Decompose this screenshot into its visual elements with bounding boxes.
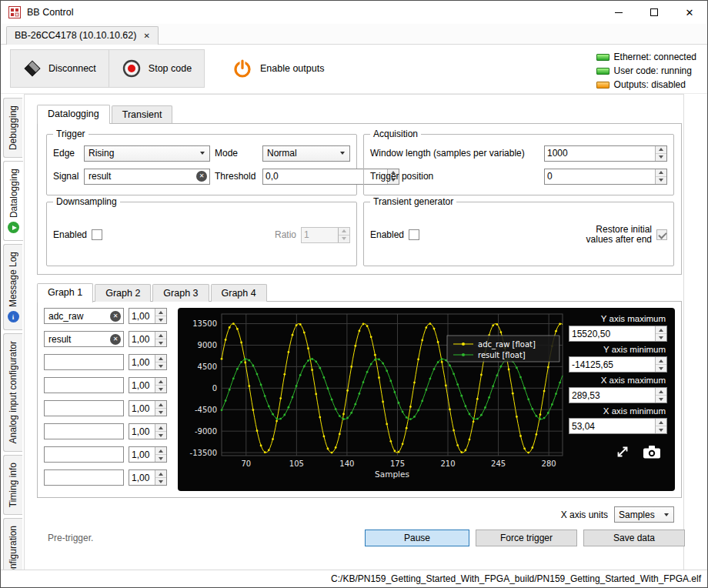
tab-graph-4[interactable]: Graph 4 xyxy=(211,284,267,302)
spin-up-button[interactable] xyxy=(339,228,349,236)
sidebar-item-datalogging[interactable]: Datalogging xyxy=(3,161,23,241)
close-button[interactable]: ✕ xyxy=(672,1,707,24)
x-axis-maximum-spinbox xyxy=(569,387,667,403)
spin-down-button[interactable] xyxy=(155,386,166,393)
spin-up-button[interactable] xyxy=(155,470,166,478)
spin-down-button[interactable] xyxy=(656,154,666,161)
x-axis-minimum-input[interactable] xyxy=(569,419,655,433)
ratio-input[interactable] xyxy=(302,228,338,242)
spin-down-button[interactable] xyxy=(656,396,666,403)
tab-close-icon[interactable]: ✕ xyxy=(143,32,149,40)
spin-down-button[interactable] xyxy=(656,426,666,433)
signal-name-input-4[interactable] xyxy=(44,377,124,393)
signal-scale-input-3[interactable] xyxy=(129,355,155,369)
tab-transient[interactable]: Transient xyxy=(112,105,173,123)
tab-graph-2[interactable]: Graph 2 xyxy=(95,284,151,302)
svg-text:175: 175 xyxy=(390,459,405,468)
y-axis-maximum-spinbox xyxy=(569,326,667,342)
user-code-status: User code: running xyxy=(596,65,696,76)
spin-up-button[interactable] xyxy=(155,309,166,316)
y-axis-maximum-input[interactable] xyxy=(569,326,655,341)
spin-up-button[interactable] xyxy=(656,326,666,334)
connection-tab[interactable]: BB-26CC4178 (10.10.10.62) ✕ xyxy=(6,26,159,45)
fullscreen-button[interactable] xyxy=(615,444,630,459)
signal-name-input-5[interactable] xyxy=(44,400,124,416)
signal-name-input-3[interactable] xyxy=(44,354,124,370)
spin-up-button[interactable] xyxy=(155,332,166,339)
clear-icon[interactable]: ✕ xyxy=(110,334,121,345)
spin-down-button[interactable] xyxy=(656,334,666,341)
signal-scale-input-6[interactable] xyxy=(129,424,155,439)
spin-down-button[interactable] xyxy=(155,316,166,323)
spin-up-button[interactable] xyxy=(656,169,666,177)
spin-down-button[interactable] xyxy=(155,362,166,369)
trigger-position-input[interactable] xyxy=(545,169,655,184)
sidebar-item-message-log[interactable]: Message Log i xyxy=(3,244,22,330)
tab-graph-3[interactable]: Graph 3 xyxy=(152,284,209,302)
edge-select[interactable]: Rising xyxy=(84,145,210,162)
signal-scale-input-7[interactable] xyxy=(129,447,155,462)
spin-up-button[interactable] xyxy=(656,419,666,426)
save-data-button[interactable]: Save data xyxy=(583,530,685,546)
main-panel: Datalogging Transient Trigger Edge Risin… xyxy=(24,94,684,570)
signal-scale-input-8[interactable] xyxy=(129,470,155,485)
connection-tabbar: BB-26CC4178 (10.10.10.62) ✕ xyxy=(1,24,707,45)
svg-text:-13500: -13500 xyxy=(190,449,217,457)
mode-label: Mode xyxy=(215,148,258,159)
signal-scale-input-4[interactable] xyxy=(129,378,155,393)
spin-down-button[interactable] xyxy=(339,236,349,242)
transient-generator-group-title: Transient generator xyxy=(370,196,456,207)
signal-scale-input-1[interactable] xyxy=(129,309,155,323)
spin-up-button[interactable] xyxy=(155,378,166,386)
window-length-input[interactable] xyxy=(545,146,655,161)
spin-down-button[interactable] xyxy=(155,432,166,439)
signal-scale-spinbox-6 xyxy=(129,423,167,439)
sidebar-label-datalogging: Datalogging xyxy=(8,169,19,218)
signal-scale-input-5[interactable] xyxy=(129,401,155,416)
tab-graph-1[interactable]: Graph 1 xyxy=(37,283,93,302)
trigger-signal-input[interactable] xyxy=(84,169,210,185)
camera-button[interactable] xyxy=(643,445,661,459)
spin-up-button[interactable] xyxy=(155,401,166,409)
spin-up-button[interactable] xyxy=(155,355,166,362)
spin-up-button[interactable] xyxy=(656,388,666,396)
disconnect-button[interactable]: Disconnect xyxy=(11,50,109,87)
sidebar-item-analog-input-configurator[interactable]: Analog input configurator xyxy=(3,333,22,451)
y-axis-minimum-input[interactable] xyxy=(569,357,655,372)
spin-down-button[interactable] xyxy=(155,478,166,485)
spin-up-button[interactable] xyxy=(656,357,666,365)
signal-name-input-7[interactable] xyxy=(44,446,124,463)
x-axis-units-select[interactable]: Samples xyxy=(614,506,674,523)
x-axis-maximum-input[interactable] xyxy=(569,388,655,403)
spin-down-button[interactable] xyxy=(155,339,166,346)
spin-down-button[interactable] xyxy=(155,455,166,462)
spin-up-button[interactable] xyxy=(656,146,666,154)
trigger-group-title: Trigger xyxy=(53,129,88,139)
transient-enabled-checkbox[interactable] xyxy=(409,229,419,240)
clear-icon[interactable]: ✕ xyxy=(110,311,121,322)
sidebar-item-debugging[interactable]: Debugging xyxy=(3,98,22,158)
spin-down-button[interactable] xyxy=(656,365,666,372)
signal-name-input-6[interactable] xyxy=(44,423,124,439)
power-icon xyxy=(232,58,253,79)
pause-button[interactable]: Pause xyxy=(365,530,469,546)
restore-initial-values-checkbox[interactable] xyxy=(656,229,667,240)
mode-select[interactable]: Normal xyxy=(262,145,350,162)
svg-text:4500: 4500 xyxy=(198,362,217,371)
stop-code-button[interactable]: Stop code xyxy=(109,50,204,87)
enable-outputs-button[interactable]: Enable outputs xyxy=(219,49,336,88)
spin-down-button[interactable] xyxy=(155,409,166,416)
downsampling-enabled-checkbox[interactable] xyxy=(92,229,102,240)
signal-row: ✕ xyxy=(44,331,172,347)
signal-scale-input-2[interactable] xyxy=(129,332,155,346)
maximize-button[interactable] xyxy=(636,1,672,24)
spin-up-button[interactable] xyxy=(155,424,166,432)
sidebar-item-timing-info[interactable]: Timing info xyxy=(3,455,22,515)
clear-icon[interactable]: ✕ xyxy=(196,171,207,182)
spin-down-button[interactable] xyxy=(656,177,666,184)
force-trigger-button[interactable]: Force trigger xyxy=(476,530,577,546)
signal-name-input-8[interactable] xyxy=(44,469,124,486)
spin-up-button[interactable] xyxy=(155,447,166,455)
minimize-button[interactable] xyxy=(601,1,636,24)
tab-datalogging[interactable]: Datalogging xyxy=(37,105,110,124)
